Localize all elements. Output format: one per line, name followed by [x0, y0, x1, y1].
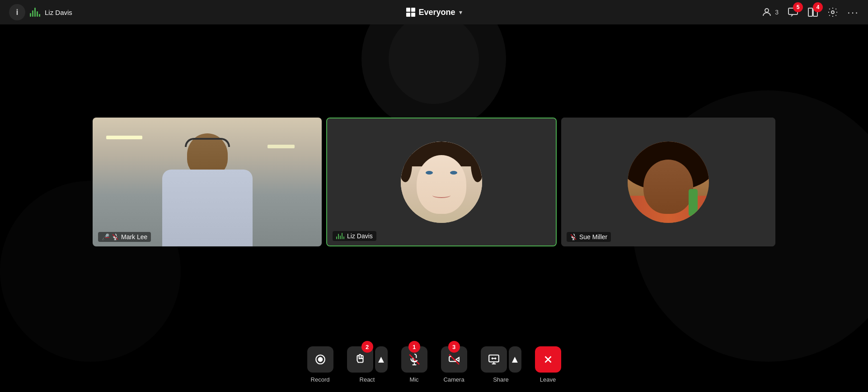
audio-bar-5 — [39, 14, 40, 17]
liz-davis-name: Liz Davis — [347, 232, 373, 240]
sue-miller-label: Sue Miller — [567, 232, 611, 242]
sue-miller-video — [561, 118, 775, 246]
sue-avatar — [628, 142, 709, 223]
sue-face — [628, 142, 709, 223]
more-options-button[interactable]: ··· — [847, 6, 859, 19]
react-badge: 2 — [361, 341, 373, 353]
audio-bar-2 — [32, 10, 33, 17]
chevron-down-icon[interactable]: ▾ — [459, 9, 462, 16]
record-button[interactable] — [307, 346, 333, 373]
light-left — [106, 136, 142, 139]
react-label: React — [360, 376, 375, 383]
gear-icon — [827, 7, 838, 18]
liz-davis-label: Liz Davis — [333, 231, 376, 241]
audio-bar-1 — [30, 13, 31, 17]
liz-eye-right — [450, 171, 457, 175]
grid-icon — [406, 8, 415, 17]
ellipsis-icon: ··· — [847, 6, 859, 19]
liz-hair-right — [471, 146, 482, 182]
sb1 — [336, 236, 337, 239]
video-grid: 🎤̶ Mark Lee — [0, 24, 868, 340]
participant-count: 3 — [775, 9, 779, 16]
leave-icon — [542, 354, 554, 365]
react-expand-button[interactable]: ▲ — [375, 346, 388, 373]
react-icon — [354, 354, 366, 365]
record-btn-row — [307, 346, 333, 373]
svg-point-0 — [765, 9, 769, 12]
share-expand-button[interactable]: ▲ — [509, 346, 521, 373]
mark-headset — [185, 138, 230, 147]
sb5 — [343, 236, 344, 239]
current-user-name: Liz Davis — [45, 9, 72, 16]
leave-button[interactable] — [535, 346, 561, 373]
camera-group: 3 Camera — [441, 346, 467, 383]
audio-bar-4 — [37, 11, 38, 17]
mark-lee-name: Mark Lee — [121, 233, 147, 241]
audio-bars — [30, 8, 40, 17]
share-icon — [488, 354, 500, 365]
toolbar: Record 2 ▲ React 1 — [0, 340, 868, 392]
sue-headset — [689, 189, 698, 216]
sb4 — [342, 233, 343, 239]
liz-speaking-bars — [336, 233, 344, 239]
mark-lee-label: 🎤̶ Mark Lee — [98, 232, 151, 242]
liz-face-oval — [417, 155, 466, 214]
share-group: ▲ Share — [481, 346, 521, 383]
react-group: 2 ▲ React — [347, 346, 388, 383]
chat-button[interactable]: 5 — [788, 7, 798, 18]
liz-mouth — [432, 193, 450, 198]
svg-point-4 — [831, 11, 834, 14]
leave-label: Leave — [540, 376, 556, 383]
svg-rect-2 — [808, 8, 812, 16]
person-icon — [761, 7, 772, 18]
leave-btn-row — [535, 346, 561, 373]
main-content: 🎤̶ Mark Lee — [0, 24, 868, 392]
top-bar-center[interactable]: Everyone ▾ — [406, 8, 462, 17]
panels-badge: 4 — [813, 2, 823, 12]
liz-eye-left — [426, 171, 433, 175]
mark-muted-icon: 🎤̶ — [102, 233, 109, 241]
sb2 — [338, 234, 339, 239]
mic-label: Mic — [409, 376, 418, 383]
settings-button[interactable] — [827, 7, 838, 18]
record-label: Record — [311, 376, 330, 383]
top-bar-left: i Liz Davis — [9, 4, 72, 20]
leave-group: Leave — [535, 346, 561, 383]
everyone-label: Everyone — [418, 8, 455, 17]
info-button[interactable]: i — [9, 4, 25, 20]
mark-silhouette — [140, 133, 275, 246]
record-group: Record — [307, 346, 333, 383]
share-label: Share — [493, 376, 509, 383]
share-btn-row: ▲ — [481, 346, 521, 373]
camera-badge: 3 — [448, 341, 460, 353]
sb3 — [340, 236, 341, 239]
panels-button[interactable]: 4 — [807, 7, 818, 18]
mark-body — [162, 170, 253, 246]
react-chevron-icon: ▲ — [376, 354, 386, 365]
share-button[interactable] — [481, 346, 507, 373]
mark-mute-icon — [112, 234, 118, 240]
participants-button[interactable]: 3 — [761, 7, 779, 18]
video-card-sue-miller: Sue Miller — [561, 118, 775, 246]
mark-lee-video — [93, 118, 322, 246]
chat-badge: 5 — [793, 2, 803, 12]
liz-avatar — [401, 142, 482, 223]
liz-hair-left — [401, 146, 412, 182]
sue-face-oval — [643, 160, 693, 214]
sue-mute-icon — [570, 234, 577, 240]
liz-davis-video — [327, 118, 556, 246]
video-card-liz-davis: Liz Davis — [326, 118, 557, 246]
audio-bar-3 — [34, 8, 36, 17]
video-card-mark-lee: 🎤̶ Mark Lee — [93, 118, 322, 246]
mic-badge: 1 — [408, 341, 420, 353]
mic-muted-icon — [408, 354, 420, 365]
top-bar: i Liz Davis Everyone ▾ 3 — [0, 0, 868, 24]
mic-group: 1 Mic — [401, 346, 427, 383]
top-bar-right: 3 5 4 ··· — [761, 6, 859, 19]
camera-muted-icon — [448, 354, 460, 365]
share-chevron-icon: ▲ — [510, 354, 520, 365]
svg-point-16 — [318, 358, 322, 362]
liz-face — [401, 142, 482, 223]
camera-label: Camera — [443, 376, 464, 383]
record-icon — [314, 354, 326, 365]
